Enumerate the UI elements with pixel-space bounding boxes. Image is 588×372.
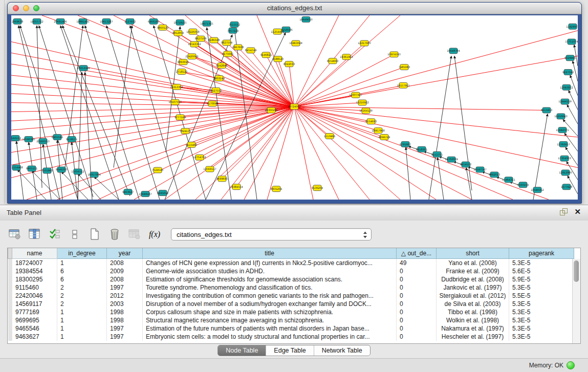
table-row[interactable]: 911546021997Tourette syndrome. Phenomeno… [8, 283, 574, 292]
delete-table-icon[interactable] [127, 227, 142, 242]
table-cell[interactable]: 5.3E-5 [509, 316, 574, 324]
table-cell[interactable]: 5.5E-5 [509, 292, 574, 300]
table-cell[interactable]: 9777169 [12, 308, 57, 316]
table-cell[interactable]: 2003 [107, 300, 143, 308]
table-cell[interactable]: Franke et al. (2009) [437, 267, 509, 275]
table-cell[interactable]: 0 [397, 300, 437, 308]
table-row[interactable]: 1456911722003Disruption of a novel membe… [8, 300, 574, 308]
tab-edge-table[interactable]: Edge Table [266, 345, 313, 356]
table-cell[interactable]: 1 [57, 308, 107, 316]
network-canvas[interactable]: 2069638140557122069140619891405106532871… [11, 15, 578, 200]
table-cell[interactable]: 1 [57, 324, 107, 333]
table-cell[interactable]: 5.3E-5 [509, 333, 574, 341]
table-cell[interactable]: 1997 [107, 333, 143, 341]
citation-network-graph[interactable]: 2069638140557122069140619891405106532871… [11, 15, 578, 200]
table-cell[interactable]: Nakamura et al. (1997) [437, 324, 509, 333]
table-cell[interactable]: 9463627 [12, 333, 57, 341]
table-cell[interactable]: Tourette syndrome. Phenomenology and cla… [143, 283, 397, 292]
tab-network-table[interactable]: Network Table [314, 345, 370, 356]
table-cell[interactable]: Yano et al. (2008) [437, 259, 509, 268]
column-header-title[interactable]: title [143, 248, 397, 259]
table-cell[interactable]: 9699695 [12, 316, 57, 324]
close-panel-icon[interactable]: ✕ [574, 208, 581, 215]
memory-status-icon[interactable] [567, 361, 575, 369]
table-cell[interactable]: 2008 [107, 275, 143, 283]
table-cell[interactable]: 19384554 [12, 267, 57, 275]
table-cell[interactable]: 22420046 [12, 292, 57, 300]
table-cell[interactable]: 5.3E-5 [509, 259, 574, 268]
table-row[interactable]: 977716911998Corpus callosum shape and si… [8, 308, 574, 316]
new-table-icon[interactable] [87, 227, 102, 242]
table-cell[interactable]: de Silva et al. (2003) [437, 300, 509, 308]
table-cell[interactable]: Changes of HCN gene expression and I(f) … [143, 259, 397, 268]
table-cell[interactable]: 0 [397, 292, 437, 300]
table-cell[interactable]: 1 [57, 333, 107, 341]
table-row[interactable]: 2242004622012Investigating the contribut… [8, 292, 574, 300]
table-cell[interactable]: Hescheler et al. (1997) [437, 333, 509, 341]
table-cell[interactable]: Embryonic stem cells: a model to study s… [143, 333, 397, 341]
table-cell[interactable]: 2 [57, 283, 107, 292]
table-cell[interactable]: Investigating the contribution of common… [143, 292, 397, 300]
table-cell[interactable]: 1998 [107, 308, 143, 316]
table-cell[interactable]: 5.3E-5 [509, 324, 574, 333]
table-cell[interactable]: 0 [397, 267, 437, 275]
table-cell[interactable]: Wolkin et al. (1998) [437, 316, 509, 324]
column-header-short[interactable]: short [437, 248, 509, 259]
table-cell[interactable]: Genome-wide association studies in ADHD. [143, 267, 397, 275]
table-cell[interactable]: Jankovic et al. (1997) [437, 283, 509, 292]
function-builder-icon[interactable]: f(x) [147, 227, 162, 242]
table-row[interactable]: 969969511998Structural magnetic resonanc… [8, 316, 574, 324]
table-cell[interactable]: 18300295 [12, 275, 57, 283]
table-scrollbar[interactable] [572, 259, 580, 343]
column-header-pagerank[interactable]: pagerank [509, 248, 574, 259]
rows-icon[interactable] [67, 227, 82, 242]
table-row[interactable]: 946554611997Estimation of the future num… [8, 324, 574, 333]
table-cell[interactable]: Dudbridge et al. (2008) [437, 275, 509, 283]
column-header-out_de[interactable]: △ out_de... [397, 248, 437, 259]
table-cell[interactable]: 2009 [107, 267, 143, 275]
column-header-year[interactable]: year [107, 248, 143, 259]
select-all-icon[interactable] [47, 227, 62, 242]
table-cell[interactable]: 2 [57, 292, 107, 300]
table-cell[interactable]: 0 [397, 324, 437, 333]
network-window-titlebar[interactable]: citations_edges.txt [8, 3, 581, 14]
table-cell[interactable]: 5.3E-5 [509, 308, 574, 316]
table-cell[interactable]: 6 [57, 267, 107, 275]
column-header-in_degree[interactable]: in_degree [57, 248, 107, 259]
table-cell[interactable]: Estimation of the future numbers of pati… [143, 324, 397, 333]
table-cell[interactable]: 14569117 [12, 300, 57, 308]
table-cell[interactable]: 0 [397, 308, 437, 316]
delete-icon[interactable] [107, 227, 122, 242]
table-row[interactable]: 1830029562008Estimation of significance … [8, 275, 574, 283]
table-cell[interactable]: Corpus callosum shape and size in male p… [143, 308, 397, 316]
table-cell[interactable]: Estimation of significance thresholds fo… [143, 275, 397, 283]
table-selector-dropdown[interactable]: citations_edges.txt [171, 228, 372, 240]
table-cell[interactable]: 1998 [107, 316, 143, 324]
table-scrollbar-thumb[interactable] [574, 260, 579, 282]
column-header-name[interactable]: name [12, 248, 57, 259]
table-cell[interactable]: Structural magnetic resonance image aver… [143, 316, 397, 324]
table-cell[interactable]: 1997 [107, 283, 143, 292]
table-row[interactable]: 946362711997Embryonic stem cells: a mode… [8, 333, 574, 341]
table-cell[interactable]: 5.6E-5 [509, 267, 574, 275]
tab-node-table[interactable]: Node Table [218, 345, 266, 356]
table-cell[interactable]: Stergiakouli et al. (2012) [437, 292, 509, 300]
float-panel-icon[interactable] [560, 208, 567, 215]
table-cell[interactable]: 6 [57, 275, 107, 283]
table-cell[interactable]: 0 [397, 275, 437, 283]
table-cell[interactable]: 1997 [107, 324, 143, 333]
table-cell[interactable]: 9115460 [12, 283, 57, 292]
table-row[interactable]: 1872400712008Changes of HCN gene express… [8, 259, 574, 268]
table-cell[interactable]: 49 [397, 259, 437, 268]
table-cell[interactable]: 0 [397, 333, 437, 341]
table-cell[interactable]: 5.3E-5 [509, 300, 574, 308]
table-cell[interactable]: 1 [57, 259, 107, 268]
table-row[interactable]: 1938455462009Genome-wide association stu… [8, 267, 574, 275]
table-cell[interactable]: 5.3E-5 [509, 283, 574, 292]
table-cell[interactable]: 5.9E-5 [509, 275, 574, 283]
table-cell[interactable]: 0 [397, 283, 437, 292]
table-cell[interactable]: 2012 [107, 292, 143, 300]
table-cell[interactable]: 0 [397, 316, 437, 324]
table-cell[interactable]: 2 [57, 300, 107, 308]
table-settings-icon[interactable] [7, 227, 23, 242]
